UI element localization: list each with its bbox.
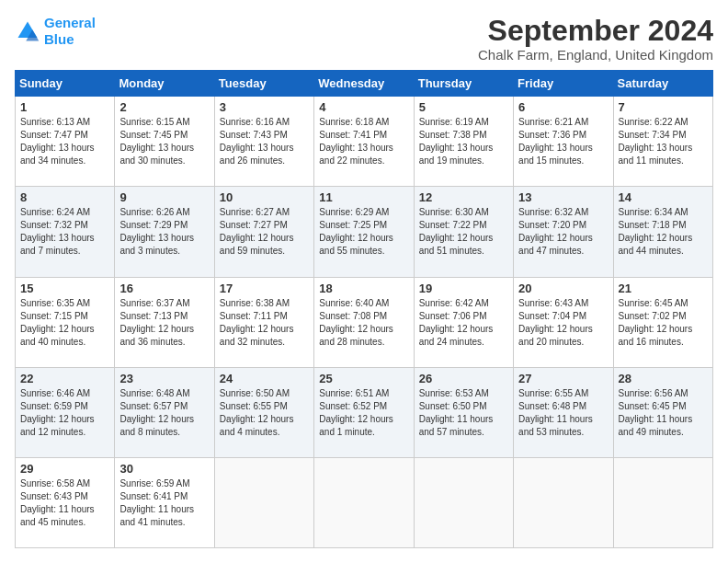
day-info: Sunrise: 6:46 AM Sunset: 6:59 PM Dayligh… xyxy=(20,387,109,439)
day-number: 13 xyxy=(518,190,608,204)
day-info: Sunrise: 6:40 AM Sunset: 7:08 PM Dayligh… xyxy=(319,297,408,349)
day-number: 20 xyxy=(518,282,608,295)
table-row: 8Sunrise: 6:24 AM Sunset: 7:32 PM Daylig… xyxy=(16,187,115,277)
day-info: Sunrise: 6:27 AM Sunset: 7:27 PM Dayligh… xyxy=(220,206,309,258)
day-info: Sunrise: 6:16 AM Sunset: 7:43 PM Dayligh… xyxy=(220,116,309,167)
day-number: 12 xyxy=(419,190,508,204)
col-sunday: Sunday xyxy=(16,71,115,97)
day-number: 9 xyxy=(119,190,209,204)
table-row: 22Sunrise: 6:46 AM Sunset: 6:59 PM Dayli… xyxy=(16,367,115,457)
table-row: 3Sunrise: 6:16 AM Sunset: 7:43 PM Daylig… xyxy=(214,97,313,187)
table-row: 12Sunrise: 6:30 AM Sunset: 7:22 PM Dayli… xyxy=(414,187,513,277)
table-row xyxy=(613,457,712,547)
table-row: 5Sunrise: 6:19 AM Sunset: 7:38 PM Daylig… xyxy=(414,97,513,187)
day-info: Sunrise: 6:43 AM Sunset: 7:04 PM Dayligh… xyxy=(518,297,608,349)
day-info: Sunrise: 6:32 AM Sunset: 7:20 PM Dayligh… xyxy=(518,206,608,258)
day-info: Sunrise: 6:42 AM Sunset: 7:06 PM Dayligh… xyxy=(419,297,508,349)
day-number: 21 xyxy=(619,282,708,295)
col-tuesday: Tuesday xyxy=(214,71,313,97)
day-number: 16 xyxy=(119,282,209,295)
day-info: Sunrise: 6:45 AM Sunset: 7:02 PM Dayligh… xyxy=(619,297,708,349)
day-info: Sunrise: 6:35 AM Sunset: 7:15 PM Dayligh… xyxy=(20,297,109,349)
table-row: 4Sunrise: 6:18 AM Sunset: 7:41 PM Daylig… xyxy=(314,97,414,187)
col-friday: Friday xyxy=(514,71,613,97)
col-saturday: Saturday xyxy=(613,71,712,97)
day-info: Sunrise: 6:56 AM Sunset: 6:45 PM Dayligh… xyxy=(619,387,708,439)
day-number: 8 xyxy=(20,190,109,204)
logo-icon xyxy=(15,18,40,44)
table-row: 29Sunrise: 6:58 AM Sunset: 6:43 PM Dayli… xyxy=(16,457,115,547)
col-monday: Monday xyxy=(115,71,214,97)
calendar-row: 8Sunrise: 6:24 AM Sunset: 7:32 PM Daylig… xyxy=(16,187,713,277)
day-number: 15 xyxy=(20,282,109,295)
calendar-row: 1Sunrise: 6:13 AM Sunset: 7:47 PM Daylig… xyxy=(16,97,713,187)
day-number: 3 xyxy=(220,100,309,114)
day-number: 28 xyxy=(619,372,708,385)
table-row: 10Sunrise: 6:27 AM Sunset: 7:27 PM Dayli… xyxy=(214,187,313,277)
day-info: Sunrise: 6:24 AM Sunset: 7:32 PM Dayligh… xyxy=(20,206,109,258)
calendar-row: 29Sunrise: 6:58 AM Sunset: 6:43 PM Dayli… xyxy=(16,457,713,547)
day-info: Sunrise: 6:59 AM Sunset: 6:41 PM Dayligh… xyxy=(119,477,209,529)
day-number: 11 xyxy=(319,190,408,204)
calendar-table: Sunday Monday Tuesday Wednesday Thursday… xyxy=(15,70,713,548)
logo: General Blue xyxy=(15,15,96,48)
table-row: 14Sunrise: 6:34 AM Sunset: 7:18 PM Dayli… xyxy=(613,187,712,277)
day-number: 18 xyxy=(319,282,408,295)
table-row: 18Sunrise: 6:40 AM Sunset: 7:08 PM Dayli… xyxy=(314,277,414,367)
location: Chalk Farm, England, United Kingdom xyxy=(478,47,713,63)
table-row: 11Sunrise: 6:29 AM Sunset: 7:25 PM Dayli… xyxy=(314,187,414,277)
table-row: 23Sunrise: 6:48 AM Sunset: 6:57 PM Dayli… xyxy=(115,367,214,457)
day-info: Sunrise: 6:13 AM Sunset: 7:47 PM Dayligh… xyxy=(20,116,109,167)
table-row: 20Sunrise: 6:43 AM Sunset: 7:04 PM Dayli… xyxy=(514,277,613,367)
page: General Blue September 2024 Chalk Farm, … xyxy=(0,0,728,563)
calendar-row: 15Sunrise: 6:35 AM Sunset: 7:15 PM Dayli… xyxy=(16,277,713,367)
day-number: 10 xyxy=(220,190,309,204)
day-number: 19 xyxy=(419,282,508,295)
day-info: Sunrise: 6:34 AM Sunset: 7:18 PM Dayligh… xyxy=(619,206,708,258)
table-row: 25Sunrise: 6:51 AM Sunset: 6:52 PM Dayli… xyxy=(314,367,414,457)
table-row: 1Sunrise: 6:13 AM Sunset: 7:47 PM Daylig… xyxy=(16,97,115,187)
col-wednesday: Wednesday xyxy=(314,71,414,97)
day-number: 6 xyxy=(518,100,608,114)
table-row: 19Sunrise: 6:42 AM Sunset: 7:06 PM Dayli… xyxy=(414,277,513,367)
header: General Blue September 2024 Chalk Farm, … xyxy=(15,15,713,63)
day-info: Sunrise: 6:15 AM Sunset: 7:45 PM Dayligh… xyxy=(119,116,209,167)
day-number: 14 xyxy=(619,190,708,204)
day-info: Sunrise: 6:58 AM Sunset: 6:43 PM Dayligh… xyxy=(20,477,109,529)
day-info: Sunrise: 6:55 AM Sunset: 6:48 PM Dayligh… xyxy=(518,387,608,439)
col-thursday: Thursday xyxy=(414,71,513,97)
calendar-header-row: Sunday Monday Tuesday Wednesday Thursday… xyxy=(16,71,713,97)
logo-text: General Blue xyxy=(44,15,96,48)
day-number: 24 xyxy=(220,372,309,385)
table-row: 6Sunrise: 6:21 AM Sunset: 7:36 PM Daylig… xyxy=(514,97,613,187)
day-info: Sunrise: 6:19 AM Sunset: 7:38 PM Dayligh… xyxy=(419,116,508,167)
day-info: Sunrise: 6:29 AM Sunset: 7:25 PM Dayligh… xyxy=(319,206,408,258)
table-row: 13Sunrise: 6:32 AM Sunset: 7:20 PM Dayli… xyxy=(514,187,613,277)
day-info: Sunrise: 6:30 AM Sunset: 7:22 PM Dayligh… xyxy=(419,206,508,258)
table-row xyxy=(214,457,313,547)
day-number: 26 xyxy=(419,372,508,385)
logo-line1: General xyxy=(44,15,96,30)
title-block: September 2024 Chalk Farm, England, Unit… xyxy=(478,15,713,63)
table-row: 2Sunrise: 6:15 AM Sunset: 7:45 PM Daylig… xyxy=(115,97,214,187)
table-row: 16Sunrise: 6:37 AM Sunset: 7:13 PM Dayli… xyxy=(115,277,214,367)
day-info: Sunrise: 6:21 AM Sunset: 7:36 PM Dayligh… xyxy=(518,116,608,167)
day-number: 30 xyxy=(119,462,209,476)
day-number: 25 xyxy=(319,372,408,385)
day-info: Sunrise: 6:38 AM Sunset: 7:11 PM Dayligh… xyxy=(220,297,309,349)
day-info: Sunrise: 6:50 AM Sunset: 6:55 PM Dayligh… xyxy=(220,387,309,439)
table-row: 26Sunrise: 6:53 AM Sunset: 6:50 PM Dayli… xyxy=(414,367,513,457)
table-row: 15Sunrise: 6:35 AM Sunset: 7:15 PM Dayli… xyxy=(16,277,115,367)
day-number: 5 xyxy=(419,100,508,114)
day-info: Sunrise: 6:51 AM Sunset: 6:52 PM Dayligh… xyxy=(319,387,408,439)
day-number: 7 xyxy=(619,100,708,114)
day-number: 2 xyxy=(119,100,209,114)
table-row: 27Sunrise: 6:55 AM Sunset: 6:48 PM Dayli… xyxy=(514,367,613,457)
table-row: 9Sunrise: 6:26 AM Sunset: 7:29 PM Daylig… xyxy=(115,187,214,277)
day-info: Sunrise: 6:22 AM Sunset: 7:34 PM Dayligh… xyxy=(619,116,708,167)
day-info: Sunrise: 6:53 AM Sunset: 6:50 PM Dayligh… xyxy=(419,387,508,439)
day-number: 1 xyxy=(20,100,109,114)
table-row xyxy=(314,457,414,547)
calendar-row: 22Sunrise: 6:46 AM Sunset: 6:59 PM Dayli… xyxy=(16,367,713,457)
day-number: 23 xyxy=(119,372,209,385)
